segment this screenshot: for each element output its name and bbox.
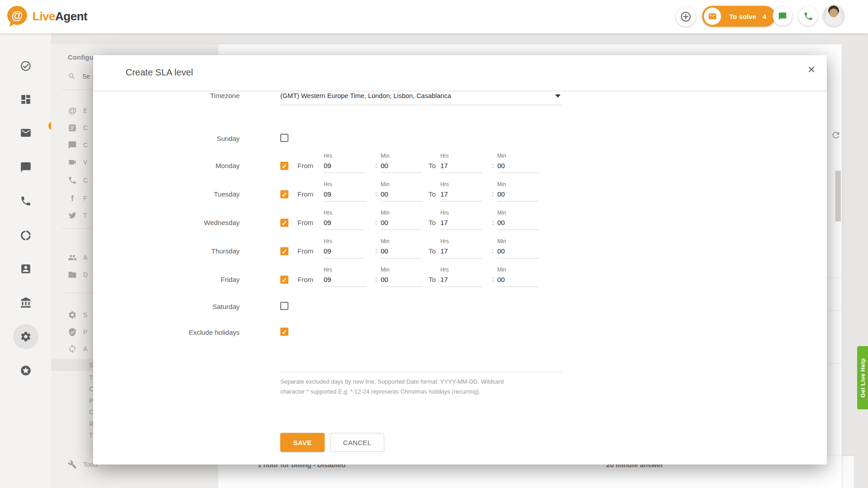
to-label: To xyxy=(429,189,436,200)
user-avatar[interactable] xyxy=(823,5,844,26)
min-label: Min xyxy=(497,210,539,217)
rail-chats-button[interactable] xyxy=(0,157,51,177)
to-solve-label: To solve xyxy=(729,13,756,20)
from-min-input[interactable] xyxy=(381,189,422,202)
liveagent-logo[interactable]: @ LiveAgent xyxy=(7,6,87,27)
get-live-help-tab[interactable]: Get Live Help xyxy=(857,346,868,409)
rail-contacts-button[interactable] xyxy=(0,259,51,279)
chat-icon xyxy=(68,141,77,150)
thursday-checkbox[interactable] xyxy=(280,247,288,255)
to-hrs-input[interactable] xyxy=(440,160,482,173)
donut-icon xyxy=(20,230,32,241)
from-hrs-field: Hrs xyxy=(324,210,365,230)
chevron-down-icon[interactable] xyxy=(555,94,561,98)
row-divider xyxy=(826,455,842,455)
to-min-input[interactable] xyxy=(497,246,539,258)
to-hrs-field: Hrs xyxy=(440,181,482,202)
day-label: Saturday xyxy=(93,301,240,312)
rail-settings-button[interactable] xyxy=(0,327,51,347)
document-icon xyxy=(68,123,77,132)
rail-tasks-button[interactable] xyxy=(0,56,51,76)
from-min-input[interactable] xyxy=(381,160,422,173)
twitter-icon xyxy=(68,211,77,220)
rail-dashboard-button[interactable] xyxy=(0,89,51,109)
to-min-input[interactable] xyxy=(497,160,539,173)
from-min-input[interactable] xyxy=(381,274,422,287)
hrs-label: Hrs xyxy=(440,181,482,189)
min-label: Min xyxy=(381,153,422,160)
from-min-field: Min xyxy=(381,238,422,258)
tuesday-checkbox[interactable] xyxy=(280,190,288,198)
from-hrs-input[interactable] xyxy=(324,246,365,258)
to-min-field: Min xyxy=(497,153,539,173)
colon: : xyxy=(375,218,377,226)
panel-item-label: A xyxy=(83,254,87,261)
panel-item-label: C xyxy=(83,177,88,184)
to-hrs-input[interactable] xyxy=(440,246,482,258)
to-solve-button[interactable]: To solve 4 xyxy=(702,6,775,27)
rail-tickets-button[interactable]: 1 xyxy=(0,124,51,144)
rail-gamification-button[interactable] xyxy=(0,361,51,380)
rail-calls-button[interactable] xyxy=(0,191,51,211)
min-label: Min xyxy=(381,210,422,217)
friday-checkbox[interactable] xyxy=(280,276,288,284)
to-min-input[interactable] xyxy=(497,217,539,230)
scrollbar-corner[interactable] xyxy=(842,455,854,488)
bank-icon xyxy=(20,297,32,309)
sunday-checkbox[interactable] xyxy=(280,134,288,142)
video-camera-icon xyxy=(68,158,77,167)
day-row-friday: Friday From Hrs : Min To Hrs : Min xyxy=(93,267,827,291)
logo-at-bubble-icon: @ xyxy=(7,6,28,27)
hrs-label: Hrs xyxy=(324,181,365,189)
at-icon: @ xyxy=(68,106,77,116)
wednesday-checkbox[interactable] xyxy=(280,219,288,227)
day-row-wednesday: Wednesday From Hrs : Min To Hrs : Min xyxy=(93,210,827,234)
rail-reports-button[interactable] xyxy=(0,225,51,245)
logo-agent-text: Agent xyxy=(55,9,87,23)
from-min-input[interactable] xyxy=(381,246,422,258)
to-hrs-input[interactable] xyxy=(440,189,482,202)
chats-button[interactable] xyxy=(773,6,792,26)
saturday-checkbox[interactable] xyxy=(280,302,288,310)
add-button[interactable] xyxy=(676,7,696,27)
facebook-icon: f xyxy=(68,194,77,203)
from-min-field: Min xyxy=(381,181,422,202)
refresh-icon[interactable] xyxy=(831,130,841,140)
day-label: Tuesday xyxy=(93,189,240,200)
exclude-holidays-checkbox[interactable] xyxy=(280,328,288,336)
nav-rail: 1 xyxy=(0,33,51,488)
from-hrs-input[interactable] xyxy=(324,274,365,287)
timezone-select[interactable]: (GMT) Western Europe Time, London, Lisbo… xyxy=(280,90,552,101)
to-hrs-input[interactable] xyxy=(440,274,482,287)
logo-live-text: Live xyxy=(33,9,55,23)
chat-icon xyxy=(778,12,787,21)
from-label: From xyxy=(297,189,313,200)
save-button[interactable]: SAVE xyxy=(280,433,325,452)
panel-item-label: F xyxy=(83,195,87,202)
to-hrs-input[interactable] xyxy=(440,217,482,230)
plus-circle-icon xyxy=(680,11,692,23)
rail-academy-button[interactable] xyxy=(0,293,51,313)
excluded-days-textarea[interactable] xyxy=(280,372,562,372)
to-min-input[interactable] xyxy=(497,274,539,287)
gear-icon xyxy=(20,331,32,343)
to-hrs-field: Hrs xyxy=(440,267,482,287)
monday-checkbox[interactable] xyxy=(280,162,288,170)
from-label: From xyxy=(297,217,313,228)
close-icon[interactable]: × xyxy=(808,63,815,76)
hrs-label: Hrs xyxy=(324,210,365,217)
from-hrs-input[interactable] xyxy=(324,189,365,202)
from-min-field: Min xyxy=(381,267,422,287)
colon: : xyxy=(492,247,494,254)
day-label: Thursday xyxy=(93,246,240,257)
cancel-button[interactable]: CANCEL xyxy=(330,433,384,452)
to-min-input[interactable] xyxy=(497,189,539,202)
to-hrs-field: Hrs xyxy=(440,210,482,230)
panel-item-label: E xyxy=(83,107,87,114)
from-hrs-input[interactable] xyxy=(324,217,365,230)
from-min-input[interactable] xyxy=(381,217,422,230)
shield-icon xyxy=(68,328,77,337)
from-hrs-input[interactable] xyxy=(324,160,365,173)
scrollbar-thumb[interactable] xyxy=(835,171,841,221)
calls-button[interactable] xyxy=(798,6,818,26)
